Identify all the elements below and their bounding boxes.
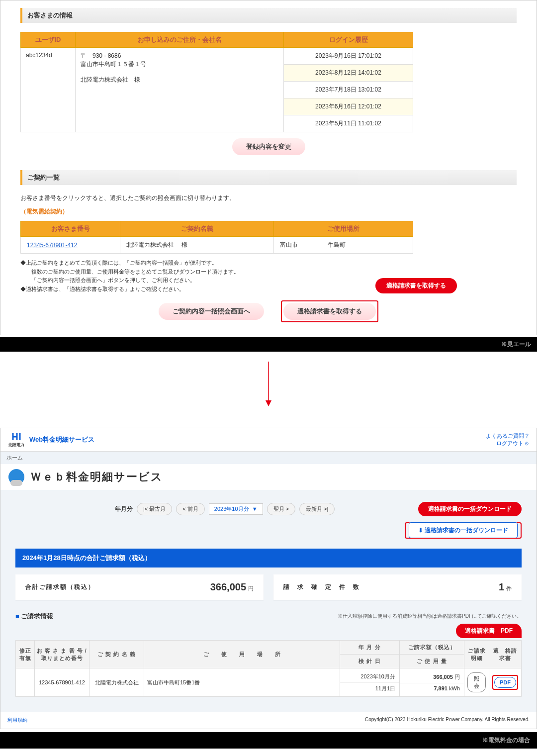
page-title: Ｗｅｂ料金明細サービス (30, 470, 163, 484)
note-line-1: ◆上記ご契約をまとめてご覧頂く際には、「ご契約内容一括照会」が便利です。 (20, 259, 517, 268)
th-meter-date: 検 針 日 (340, 655, 400, 668)
th-year-month: 年 月 分 (340, 641, 400, 655)
terms-link[interactable]: 利用規約 (7, 717, 27, 724)
login-history-item: 2023年7月18日 13:01:02 (284, 82, 413, 98)
download-icon: ⬇ (418, 527, 423, 534)
address-line: 富山市牛島町１５番１号 (81, 60, 278, 69)
th-correction: 修正有無 (16, 641, 35, 668)
billing-table: 修正有無 お 客 さ ま 番 号 /取りまとめ番号 ご 契 約 名 義 ご 使 … (15, 640, 522, 697)
supply-contract-label: （電気需給契約） (20, 207, 517, 216)
summary-count: 請 求 確 定 件 数 1件 (273, 574, 522, 600)
contract-table: お客さま番号 ご契約名義 ご使用場所 12345-678901-412 北陸電力… (20, 221, 413, 254)
cell-user-id: abc1234d (21, 48, 76, 132)
cell-address: 〒 930 - 8686 富山市牛島町１５番１号 北陸電力株式会社 様 (76, 48, 284, 132)
login-history-item: 2023年6月16日 12:01:02 (284, 98, 413, 115)
th-detail: ご請求明細 (464, 641, 489, 668)
th-address: お申し込みのご住所・会社名 (76, 32, 284, 48)
section-customer-info: お客さまの情報 (20, 8, 517, 23)
get-invoice-button[interactable]: 適格請求書を取得する (283, 303, 376, 320)
th-user-id: ユーザID (21, 32, 76, 48)
cell-contract-name: 北陸電力株式会社 (90, 668, 144, 697)
th-contract-name: ご契約名義 (120, 221, 274, 237)
electricity-note: ※電気料金の場合 (0, 732, 537, 749)
avatar-icon (8, 469, 24, 485)
th-customer-number: お客さま番号 (21, 221, 120, 237)
change-registration-button[interactable]: 登録内容を変更 (232, 138, 305, 155)
cell-ym-meter: 2023年10月分 11月1日 (340, 668, 400, 697)
cell-correction (16, 668, 35, 697)
prev-month-button[interactable]: < 前月 (176, 503, 204, 515)
customer-info-table: ユーザID お申し込みのご住所・会社名 ログイン履歴 abc1234d 〒 93… (20, 32, 413, 132)
breadcrumb[interactable]: ホーム (0, 452, 537, 464)
period-dropdown[interactable]: 2023年10月分 ▼ (209, 503, 263, 515)
section-contract-list: ご契約一覧 (20, 170, 517, 185)
th-place: ご 使 用 場 所 (144, 641, 340, 668)
service-title-small: Web料金明細サービス (29, 435, 94, 444)
cell-contract-name: 北陸電力株式会社 様 (120, 237, 274, 254)
summary-total: 合計ご請求額（税込） 366,005円 (15, 574, 264, 600)
flow-arrow (0, 352, 537, 428)
callout-batch-download: 適格請求書の一括ダウンロード (418, 502, 522, 516)
callout-get-invoice: 適格請求書を取得する (375, 278, 457, 293)
th-contract-name: ご 契 約 名 義 (90, 641, 144, 668)
logo-icon: 北陸電力 (8, 432, 24, 447)
period-label: 年月分 (115, 505, 133, 513)
th-amount: ご請求額（税込） (400, 641, 464, 655)
billing-info-header: ご請求情報 (15, 612, 53, 621)
login-history-item: 2023年5月11日 11:01:02 (284, 115, 413, 132)
summary-count-value: 1 (499, 581, 504, 592)
copyright: Copyright(C) 2023 Hokuriku Electric Powe… (365, 717, 530, 724)
cell-pdf: PDF (489, 668, 522, 697)
latest-month-button[interactable]: 最新月 >| (299, 503, 335, 515)
customer-number-link[interactable]: 12345-678901-412 (27, 242, 77, 249)
summary-total-value: 366,005 (210, 581, 246, 592)
cell-customer-no: 12345-678901-412 (35, 668, 90, 697)
th-customer-no: お 客 さ ま 番 号 /取りまとめ番号 (35, 641, 90, 668)
pdf-button[interactable]: PDF (494, 677, 516, 688)
cell-place: 富山市牛島町15番1番 (144, 668, 340, 697)
billing-row: 12345-678901-412 北陸電力株式会社 富山市牛島町15番1番 20… (16, 668, 522, 697)
mieru-badge: ※見エール (0, 337, 537, 352)
arrow-icon (264, 362, 273, 406)
note-line-2: 複数のご契約のご使用量、ご使用料金等をまとめてご覧及びダウンロード頂けます。 (20, 268, 517, 277)
footer: 利用規約 Copyright(C) 2023 Hokuriku Electric… (0, 712, 537, 729)
svg-marker-1 (266, 400, 271, 406)
billing-note: ※仕入税額控除に使用する消費税等相当額は適格請求書PDFにてご確認ください。 (338, 613, 522, 620)
web-billing-panel: 北陸電力 Web料金明細サービス よくあるご質問 ? ログアウト ⎋ ホーム Ｗ… (0, 428, 537, 729)
summary-total-label: 合計ご請求額（税込） (25, 583, 95, 591)
login-history-cell: 2023年9月16日 17:01:022023年8月12日 14:01:0220… (284, 48, 413, 132)
faq-link[interactable]: よくあるご質問 ? (486, 433, 529, 439)
th-login-history: ログイン履歴 (284, 32, 413, 48)
logout-link[interactable]: ログアウト ⎋ (496, 440, 529, 446)
th-invoice: 適 格請求書 (489, 641, 522, 668)
cell-customer-number: 12345-678901-412 (21, 237, 120, 254)
download-box: ⬇ 適格請求書の一括ダウンロード (405, 522, 522, 539)
th-usage: ご 使 用 量 (400, 655, 464, 668)
cell-amount-usage: 366,005 円 7,891 kWh (400, 668, 464, 697)
cell-detail: 照会 (464, 668, 489, 697)
company-name: 北陸電力株式会社 様 (81, 76, 278, 84)
batch-download-button[interactable]: ⬇ 適格請求書の一括ダウンロード (409, 522, 518, 538)
batch-inquiry-button[interactable]: ご契約内容一括照会画面へ (159, 303, 264, 320)
callout-invoice-pdf: 適格請求書 PDF (456, 624, 522, 638)
next-month-button[interactable]: 翌月 > (267, 503, 295, 515)
total-bar: 2024年1月28日時点の合計ご請求額（税込） (15, 549, 522, 567)
customer-info-panel: お客さまの情報 ユーザID お申し込みのご住所・会社名 ログイン履歴 abc12… (0, 0, 537, 335)
detail-button[interactable]: 照会 (467, 672, 486, 692)
cell-usage-place: 富山市 牛島町 (274, 237, 413, 254)
contract-notes: ◆上記ご契約をまとめてご覧頂く際には、「ご契約内容一括照会」が便利です。 複数の… (20, 259, 517, 293)
summary-count-label: 請 求 確 定 件 数 (283, 583, 360, 591)
contract-desc: お客さま番号をクリックすると、選択したご契約の照会画面に切り替わります。 (20, 194, 517, 202)
postal-code: 〒 930 - 8686 (81, 52, 278, 60)
service-header: 北陸電力 Web料金明細サービス よくあるご質問 ? ログアウト ⎋ (0, 428, 537, 452)
brand-name: 北陸電力 (8, 443, 24, 447)
login-history-item: 2023年8月12日 14:01:02 (284, 65, 413, 82)
login-history-item: 2023年9月16日 17:01:02 (284, 48, 413, 65)
oldest-month-button[interactable]: |< 最古月 (137, 503, 172, 515)
th-usage-place: ご使用場所 (274, 221, 413, 237)
